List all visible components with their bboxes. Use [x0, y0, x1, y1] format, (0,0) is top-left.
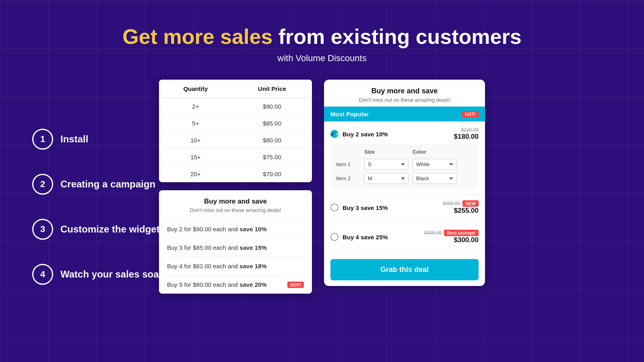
hot-badge-row3: HOT!	[287, 282, 304, 288]
step-circle-1: 1	[32, 129, 53, 150]
step-item-3: 3 Customize the widget	[32, 219, 163, 240]
fancy-title: Buy more and save	[332, 87, 477, 95]
variant-row-1: Item 1 S M L XL White Black Blue	[336, 159, 473, 170]
left-column: Quantity Unit Price 2+$90.005+$85.0010+$…	[159, 80, 312, 294]
deal-prices-2: $300.00 NEW $255.00	[443, 200, 479, 215]
color-select-item1[interactable]: White Black Blue Red	[413, 159, 457, 170]
deal-option-3[interactable]: Buy 4 save 25% $400.00 Best savings! $30…	[324, 224, 485, 253]
table-header-price: Unit Price	[232, 80, 312, 98]
step-label-1: Install	[60, 134, 88, 145]
buy-more-row-text: Buy 2 for $90.00 each and save 10%	[167, 226, 267, 232]
buy-more-simple-title: Buy more and save	[167, 197, 304, 206]
step-label-2: Creating a campaign	[60, 179, 155, 190]
table-row: 10+$80.00	[159, 132, 312, 149]
buy-more-simple-sub: Don't miss out on these amazing deals!	[167, 207, 304, 217]
step-label-3: Customize the widget	[60, 224, 160, 235]
fancy-sub: Don't miss out on these amazing deals!	[332, 97, 477, 103]
table-widget: Quantity Unit Price 2+$90.005+$85.0010+$…	[159, 80, 312, 182]
new-badge-deal2: NEW	[462, 200, 479, 207]
table-row: 2+$90.00	[159, 98, 312, 115]
table-cell-qty: 2+	[159, 98, 232, 115]
buy-more-row: Buy 4 for $82.00 each and save 18%	[159, 257, 312, 276]
buy-more-rows: Buy 2 for $90.00 each and save 10%Buy 3 …	[159, 220, 312, 294]
variant-row-2: Item 2 S M L XL White Black Blue	[336, 173, 473, 184]
step-label-4: Watch your sales soar	[60, 269, 163, 280]
headline-white: from existing customers	[279, 25, 522, 48]
deal-sale-price-2: $255.00	[443, 207, 479, 215]
variant-section-1: Size Color Item 1 S M L XL	[330, 144, 479, 189]
deal-label-2: Buy 3 save 15%	[343, 204, 388, 211]
deal-prices-3: $400.00 Best savings! $300.00	[424, 230, 479, 244]
variant-headers: Size Color	[336, 149, 473, 155]
most-popular-label: Most Popular	[330, 111, 369, 117]
step-item-4: 4 Watch your sales soar	[32, 264, 163, 285]
buy-more-row-text: Buy 4 for $82.00 each and save 18%	[167, 263, 267, 269]
buy-more-simple-widget: Buy more and save Don't miss out on thes…	[159, 190, 312, 294]
radio-deal-2[interactable]	[330, 204, 339, 212]
step-circle-3: 3	[32, 219, 53, 240]
variant-header-size: Size	[364, 149, 409, 155]
table-cell-price: $70.00	[232, 166, 312, 183]
table-cell-qty: 20+	[159, 166, 232, 183]
page-header: Get more sales from existing customers w…	[32, 24, 612, 64]
step-circle-4: 4	[32, 264, 53, 285]
buy-more-row: Buy 3 for $85.00 each and save 15%	[159, 239, 312, 257]
deal-sale-price-1: $180.00	[454, 133, 479, 141]
variant-item-label-1: Item 1	[336, 161, 360, 167]
grab-deal-button[interactable]: Grab this deal	[330, 259, 479, 280]
table-row: 15+$75.00	[159, 149, 312, 166]
buy-more-simple-header: Buy more and save Don't miss out on thes…	[159, 190, 312, 220]
buy-more-row-text: Buy 5 for $80.00 each and save 20%	[167, 281, 267, 288]
deal-option-1[interactable]: ✓ Buy 2 save 10% $200.00 $180.00 Size	[324, 121, 485, 195]
buy-more-row: Buy 2 for $90.00 each and save 10%	[159, 220, 312, 239]
deal-label-1: Buy 2 save 10%	[343, 131, 388, 138]
table-cell-qty: 15+	[159, 149, 232, 166]
size-select-item2[interactable]: S M L XL	[364, 173, 409, 184]
deal-original-price-2: $300.00	[443, 201, 460, 206]
table-cell-price: $80.00	[232, 132, 312, 149]
headline: Get more sales from existing customers	[32, 24, 612, 49]
deal-sale-price-3: $300.00	[424, 236, 479, 244]
table-header-qty: Quantity	[159, 80, 232, 98]
size-select-item1[interactable]: S M L XL	[364, 159, 409, 170]
subheadline: with Volume Discounts	[32, 53, 612, 64]
table-cell-price: $85.00	[232, 115, 312, 132]
table-row: 20+$70.00	[159, 166, 312, 183]
right-column: Buy more and save Don't miss out on thes…	[324, 80, 485, 294]
deal-original-price-1: $200.00	[454, 127, 479, 133]
variant-item-label-2: Item 2	[336, 175, 360, 181]
variant-header-item	[336, 149, 360, 155]
table-cell-price: $75.00	[232, 149, 312, 166]
step-item-2: 2 Creating a campaign	[32, 174, 163, 195]
table-cell-qty: 10+	[159, 132, 232, 149]
buy-more-row-text: Buy 3 for $85.00 each and save 15%	[167, 244, 267, 251]
table-cell-price: $90.00	[232, 98, 312, 115]
fancy-header: Buy more and save Don't miss out on thes…	[324, 80, 485, 107]
hot-badge-inline: HOT!	[462, 111, 479, 117]
step-circle-2: 2	[32, 174, 53, 195]
table-cell-qty: 5+	[159, 115, 232, 132]
most-popular-bar: Most Popular HOT!	[324, 107, 485, 121]
variant-header-color: Color	[413, 149, 461, 155]
page-content: Get more sales from existing customers w…	[0, 0, 644, 310]
deal-option-2[interactable]: Buy 3 save 15% $300.00 NEW $255.00	[324, 195, 485, 224]
fancy-widget: Buy more and save Don't miss out on thes…	[324, 80, 485, 286]
step-item-1: 1 Install	[32, 129, 163, 150]
best-savings-badge-deal3: Best savings!	[444, 230, 479, 236]
buy-more-row: Buy 5 for $80.00 each and save 20%HOT!	[159, 276, 312, 294]
headline-accent: Get more sales	[122, 25, 272, 48]
color-select-item2[interactable]: White Black Blue Red	[413, 173, 457, 184]
deal-prices-1: $200.00 $180.00	[454, 127, 479, 141]
table-row: 5+$85.00	[159, 115, 312, 132]
radio-deal-3[interactable]	[330, 233, 339, 241]
deal-label-3: Buy 4 save 25%	[343, 234, 388, 241]
radio-deal-1[interactable]: ✓	[330, 130, 339, 138]
deal-original-price-3: $400.00	[424, 230, 442, 236]
steps-list: 1 Install 2 Creating a campaign 3 Custom…	[32, 129, 163, 285]
